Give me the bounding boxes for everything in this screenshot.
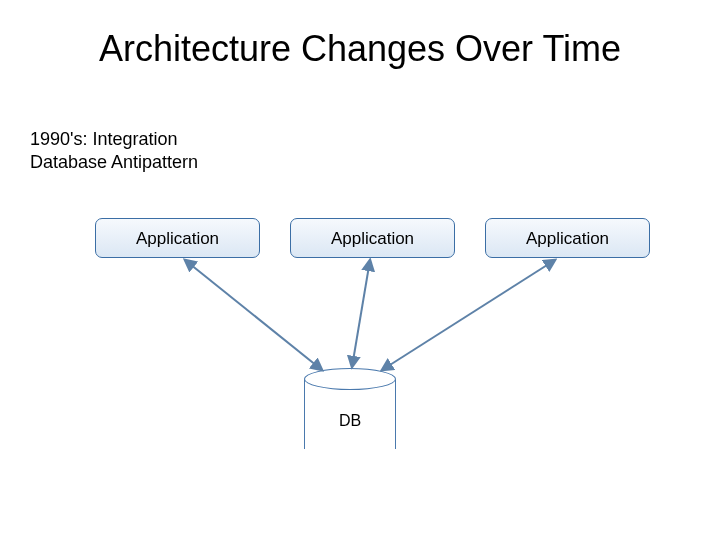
db-label: DB <box>304 412 396 430</box>
arrow-app1-db <box>185 260 322 370</box>
arrow-app3-db <box>382 260 555 370</box>
page-title: Architecture Changes Over Time <box>0 28 720 70</box>
application-box-2: Application <box>290 218 455 258</box>
database-cylinder: DB <box>304 368 396 460</box>
era-subtitle: 1990's: Integration Database Antipattern <box>30 128 198 173</box>
db-top-ellipse <box>304 368 396 390</box>
application-box-3: Application <box>485 218 650 258</box>
arrow-app2-db <box>352 260 370 367</box>
application-box-1: Application <box>95 218 260 258</box>
